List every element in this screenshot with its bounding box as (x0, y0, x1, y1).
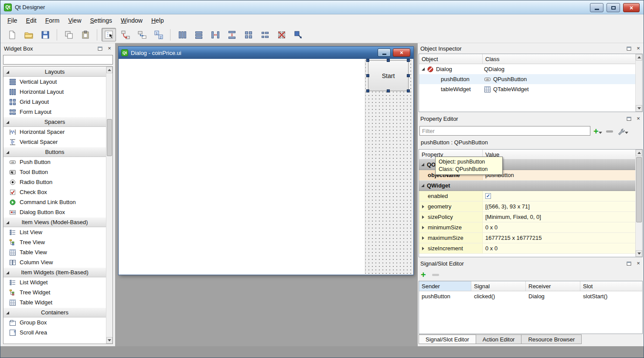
signal-slot-editor-titlebar[interactable]: Signal/Slot Editor × (418, 259, 644, 268)
form-minimize-button[interactable] (378, 48, 391, 57)
save-form-button[interactable] (38, 28, 52, 41)
property-row-minimumsize[interactable]: minimumSize 0 x 0 (419, 222, 635, 233)
form-close-button[interactable]: × (393, 48, 410, 57)
object-inspector-titlebar[interactable]: Object Inspector × (418, 44, 644, 53)
layout-grid-button[interactable] (241, 28, 256, 41)
edit-buddies-button[interactable] (135, 28, 149, 41)
category-item-widgets[interactable]: Item Widgets (Item-Based) (3, 267, 106, 277)
category-item-views[interactable]: Item Views (Model-Based) (3, 217, 106, 227)
widget-box-titlebar[interactable]: Widget Box × (1, 44, 115, 53)
object-row-pushbutton[interactable]: pushButton ok QPushButton (419, 74, 642, 84)
open-form-button[interactable] (21, 28, 36, 41)
property-filter-input[interactable] (419, 126, 590, 136)
tab-action-editor[interactable]: Action Editor (476, 334, 522, 344)
column-header-signal[interactable]: Signal (471, 281, 526, 291)
scroll-down-icon[interactable] (106, 337, 112, 344)
property-editor-titlebar[interactable]: Property Editor × (418, 114, 644, 123)
layout-form-button[interactable] (258, 28, 272, 41)
category-layouts[interactable]: Layouts (3, 67, 106, 77)
connection-receiver[interactable]: Dialog (526, 293, 580, 300)
widget-item-push-button[interactable]: okPush Button (3, 157, 106, 167)
widget-item-horizontal-spacer[interactable]: Horizontal Spacer (3, 127, 106, 137)
remove-connection-button[interactable] (431, 269, 440, 279)
column-header-class[interactable]: Class (483, 54, 642, 64)
expand-icon[interactable] (422, 205, 424, 208)
expand-icon[interactable] (422, 236, 424, 240)
widget-item-dialog-button-box[interactable]: Dialog Button Box (3, 207, 106, 217)
edit-signals-slots-button[interactable] (118, 28, 133, 41)
layout-vertical-button[interactable] (191, 28, 206, 41)
widget-item-list-view[interactable]: List View (3, 227, 106, 237)
widget-item-vertical-layout[interactable]: Vertical Layout (3, 77, 106, 87)
column-header-sender[interactable]: Sender (419, 281, 471, 291)
scrollbar-thumb[interactable] (636, 157, 642, 222)
close-button[interactable]: × (623, 3, 640, 12)
edit-tab-order-button[interactable]: 12 (151, 28, 166, 41)
scrollbar-thumb[interactable] (107, 119, 112, 156)
widget-item-horizontal-layout[interactable]: Horizontal Layout (3, 87, 106, 97)
widget-item-vertical-spacer[interactable]: Vertical Spacer (3, 137, 106, 147)
configure-property-editor-button[interactable] (616, 126, 629, 136)
float-dock-icon[interactable] (97, 45, 103, 51)
selection-handle-n[interactable] (387, 59, 390, 62)
menu-help[interactable]: Help (147, 15, 168, 26)
selection-handle-w[interactable] (366, 74, 369, 77)
widget-item-tree-widget[interactable]: Tree Widget (3, 287, 106, 297)
property-value[interactable]: 16777215 x 16777215 (485, 235, 542, 241)
menu-form[interactable]: Form (41, 15, 64, 26)
menu-settings[interactable]: Settings (86, 15, 117, 26)
widget-item-radio-button[interactable]: Radio Button (3, 177, 106, 187)
property-group-qwidget[interactable]: QWidget (419, 181, 635, 191)
enabled-checkbox[interactable]: ✓ (485, 193, 491, 199)
layout-horizontal-button[interactable] (175, 28, 189, 41)
break-layout-button[interactable] (274, 28, 289, 41)
selection-handle-nw[interactable] (366, 59, 369, 62)
widget-item-group-box[interactable]: Group Box (3, 317, 106, 327)
menu-view[interactable]: View (64, 15, 85, 26)
property-value[interactable]: 0 x 0 (485, 245, 497, 252)
object-row-tablewidget[interactable]: tableWidget QTableWidget (419, 84, 642, 94)
scroll-down-icon[interactable] (636, 250, 642, 257)
property-value[interactable]: [Minimum, Fixed, 0, 0] (485, 214, 541, 220)
expand-icon[interactable] (422, 226, 424, 229)
category-containers[interactable]: Containers (3, 307, 106, 317)
widget-item-check-box[interactable]: Check Box (3, 187, 106, 197)
widget-item-tool-button[interactable]: Tool Button (3, 167, 106, 177)
category-spacers[interactable]: Spacers (3, 117, 106, 127)
scroll-up-icon[interactable] (636, 54, 642, 61)
paste-button[interactable] (78, 28, 92, 41)
property-value[interactable]: 0 x 0 (485, 224, 497, 231)
close-dock-icon[interactable]: × (635, 45, 641, 51)
close-dock-icon[interactable]: × (635, 116, 641, 122)
scroll-up-icon[interactable] (106, 67, 112, 73)
widget-item-column-view[interactable]: Column View (3, 257, 106, 267)
layout-splitter-horizontal-button[interactable] (208, 28, 222, 41)
new-form-button[interactable] (5, 28, 19, 41)
close-dock-icon[interactable]: × (635, 260, 641, 266)
property-row-sizepolicy[interactable]: sizePolicy [Minimum, Fixed, 0, 0] (419, 212, 635, 222)
scroll-down-icon[interactable] (636, 105, 642, 112)
add-connection-button[interactable]: + (420, 269, 427, 279)
selection-handle-ne[interactable] (407, 59, 410, 62)
table-widget-on-form[interactable] (119, 59, 365, 274)
connection-row[interactable]: pushButton clicked() Dialog slotStart() (419, 291, 642, 301)
selection-handle-s[interactable] (387, 89, 390, 92)
edit-widgets-button[interactable] (102, 28, 116, 41)
property-row-sizeincrement[interactable]: sizeIncrement 0 x 0 (419, 243, 635, 254)
property-editor-scrollbar[interactable] (635, 150, 642, 257)
widget-box-scrollbar[interactable] (106, 67, 112, 344)
property-value[interactable]: [(566, 3), 93 x 71] (485, 203, 530, 210)
connection-signal[interactable]: clicked() (471, 293, 526, 300)
scroll-up-icon[interactable] (636, 150, 642, 156)
tab-signal-slot-editor[interactable]: Signal/Slot Editor (419, 334, 476, 344)
add-dynamic-property-button[interactable]: + (593, 126, 603, 136)
widget-item-table-view[interactable]: Table View (3, 247, 106, 257)
property-row-geometry[interactable]: geometry [(566, 3), 93 x 71] (419, 201, 635, 212)
column-header-object[interactable]: Object (419, 54, 483, 64)
column-header-slot[interactable]: Slot (580, 281, 642, 291)
selection-handle-sw[interactable] (366, 89, 369, 92)
float-dock-icon[interactable] (626, 45, 632, 51)
tab-resource-browser[interactable]: Resource Browser (521, 334, 582, 344)
menu-file[interactable]: File (3, 15, 22, 26)
widget-item-scroll-area[interactable]: Scroll Area (3, 327, 106, 338)
